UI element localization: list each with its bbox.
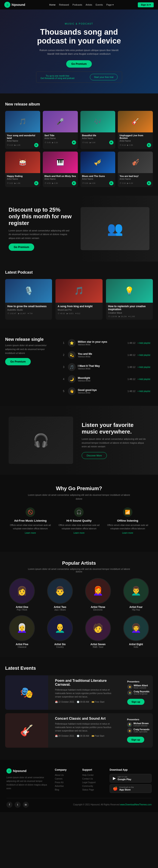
footer-link-help[interactable]: Help Center xyxy=(82,774,104,776)
album-play-button[interactable]: ▶ xyxy=(109,181,114,185)
feature-icon: 📶 xyxy=(123,507,132,517)
linkedin-icon[interactable]: in xyxy=(23,802,29,808)
nav-events[interactable]: Events xyxy=(96,3,103,6)
discover-button[interactable]: Discover More xyxy=(82,452,107,459)
track-add-button[interactable]: + Add playlist xyxy=(137,366,150,368)
nav-artists[interactable]: Artists xyxy=(86,3,92,6)
learn-more-link[interactable]: Learn more xyxy=(74,532,84,534)
footer-logo-icon: ♫ xyxy=(6,768,12,774)
album-card[interactable]: 🥁 Happy finding Artist Name ⏱ 3:22 ▶ 1.9… xyxy=(5,152,40,187)
presenter-role: Concert Director xyxy=(133,724,149,727)
footer-logo[interactable]: ♫ hipsound xyxy=(6,768,48,774)
discount-desc: Lorem ipsum dolor sit amet consectetur a… xyxy=(9,229,72,240)
footer-link-legal[interactable]: Legal Support xyxy=(82,781,104,784)
album-name: Black and Roll on Misty Sea xyxy=(44,175,76,177)
track-row[interactable]: 1 ⭐ Million star in your eyes Various Ar… xyxy=(59,337,153,349)
album-card[interactable]: 🎻 You are bad boy! Artist Name ⏱ 3:10 ▶ … xyxy=(118,152,153,187)
footer-credit-link[interactable]: www.DownloadNewThemes.com xyxy=(120,803,152,806)
podcast-card[interactable]: 💡 How to replenish your creative inspira… xyxy=(106,279,153,320)
artist-item[interactable]: 👩 Artist One Pop / Rock xyxy=(5,578,39,611)
album-stats: ⏱ 3:22 ▶ 1.9K ▶ xyxy=(7,181,38,185)
artist-genre: Hip-Hop xyxy=(119,609,153,611)
google-play-badge[interactable]: ▶ GET IT ON Google Play xyxy=(110,774,152,782)
album-card[interactable]: 🎺 Blues and The Guns Artist Name ⏱ 5:30 … xyxy=(80,152,115,187)
podcast-duration: ⏱ 45:32 xyxy=(57,312,65,314)
album-play-button[interactable]: ▶ xyxy=(147,143,151,147)
facebook-icon[interactable]: f xyxy=(6,802,12,808)
single-cta-button[interactable]: Go Premium xyxy=(5,358,31,365)
artist-item[interactable]: 👩‍🦰 Artist Three Electronic xyxy=(81,578,115,611)
hero-cta-button[interactable]: Go Premium xyxy=(66,60,92,68)
learn-more-link[interactable]: Learn more xyxy=(122,532,133,534)
album-play-button[interactable]: ▶ xyxy=(34,143,38,147)
track-row[interactable]: 5 👋 Good good bye Various Artist 1:48:12… xyxy=(59,385,153,397)
album-play-button[interactable]: ▶ xyxy=(109,141,114,145)
album-play-button[interactable]: ▶ xyxy=(72,181,76,185)
album-play-button[interactable]: ▶ xyxy=(34,181,38,185)
album-plays: ▶ 4.2K xyxy=(14,144,21,146)
twitter-icon[interactable]: t xyxy=(14,802,21,808)
track-row[interactable]: 3 🎵 I Want It That Way Various Artist 1:… xyxy=(59,361,153,373)
listen-desc: Lorem ipsum dolor sit amet consectetur a… xyxy=(82,437,149,448)
logo-text: hipsound xyxy=(12,3,25,6)
footer-link-community[interactable]: Community xyxy=(82,785,104,787)
album-play-button[interactable]: ▶ xyxy=(147,181,151,185)
discount-cta-button[interactable]: Go Premium xyxy=(9,244,34,251)
track-add-button[interactable]: + Add playlist xyxy=(137,342,150,344)
nav-home[interactable]: Home xyxy=(49,3,55,6)
album-card[interactable]: 🎵 Your song and wonderful land Artist Na… xyxy=(5,111,40,149)
track-row[interactable]: 4 🌙 Moonlight Various Artist 1:48:12 + A… xyxy=(59,373,153,385)
track-artist: Various Artist xyxy=(78,343,125,346)
album-section: New release album 🎵 Your song and wonder… xyxy=(0,93,158,196)
podcast-card[interactable]: 🎵 A song from king and knight MusicCast … xyxy=(55,279,102,320)
footer-link-careers[interactable]: Careers xyxy=(55,778,76,780)
album-plays: ▶ 1.9K xyxy=(14,182,21,184)
podcast-name: How to grow the small business xyxy=(7,305,50,308)
track-row[interactable]: 2 💫 You and Me Various Artist 1:48:12 + … xyxy=(59,349,153,361)
artist-item[interactable]: 🧑 Artist Seven R&B / Soul xyxy=(81,615,115,648)
artist-item[interactable]: 👩‍🦱 Artist Eight Indie xyxy=(119,615,153,648)
footer-support: Support Help Center Contact Us Legal Sup… xyxy=(82,768,104,793)
signin-button[interactable]: Sign in ▾ xyxy=(138,2,154,7)
nav-page[interactable]: Page ▾ xyxy=(106,3,114,6)
album-card[interactable]: 🎶 Beautiful life Artist Name ⏱ 5:02 ▶ 5.… xyxy=(80,111,115,149)
app-store-badge[interactable]: 🍎 Download on the App Store xyxy=(110,784,152,793)
footer-link-blog[interactable]: Blog xyxy=(55,788,76,791)
track-artist: Various Artist xyxy=(78,368,125,370)
hero-trial-button[interactable]: Start your free trial xyxy=(90,74,117,80)
feature-name: Hi-fi Sound Quality xyxy=(57,519,101,522)
footer-link-about[interactable]: About Us xyxy=(55,774,76,776)
artist-item[interactable]: 👨‍🦲 Artist Six Country xyxy=(43,615,77,648)
track-add-button[interactable]: + Add playlist xyxy=(137,354,150,356)
artist-item[interactable]: 👨‍🦱 Artist Four Hip-Hop xyxy=(119,578,153,611)
footer: ♫ hipsound Lorem ipsum dolor sit amet co… xyxy=(0,760,158,812)
album-card[interactable]: 🎤 Serl Title Artist Name ⏱ 3:45 ▶ 3.1K ▶ xyxy=(43,111,78,149)
footer-link-press[interactable]: Press Kit xyxy=(55,781,76,784)
album-play-button[interactable]: ▶ xyxy=(72,141,76,145)
footer-company-title: Company xyxy=(55,768,76,771)
podcast-section: Latest Podcast 🎙️ How to grow the small … xyxy=(0,261,158,328)
footer-link-contact[interactable]: Contact Us xyxy=(82,778,104,780)
event-signup-button[interactable]: Sign up xyxy=(127,737,144,743)
footer-link-advertise[interactable]: Advertise xyxy=(55,785,76,787)
discount-section: Discount up to 25% only this month for n… xyxy=(0,196,158,261)
event-signup-button[interactable]: Sign up xyxy=(127,699,145,705)
footer-link-status[interactable]: Status Page xyxy=(82,788,104,791)
album-card[interactable]: 🎸 Unplugged Live from Boston Artist Name… xyxy=(118,111,153,149)
presenter-avatar: 👨 xyxy=(127,684,132,689)
track-add-button[interactable]: + Add playlist xyxy=(137,390,150,393)
podcast-card[interactable]: 🎙️ How to grow the small business AudioM… xyxy=(5,279,52,320)
artist-item[interactable]: 👨 Artist Two Jazz / Blues xyxy=(43,578,77,611)
album-duration: ⏱ 5:02 xyxy=(82,142,88,144)
learn-more-link[interactable]: Learn more xyxy=(25,532,36,534)
album-card[interactable]: 🎹 Black and Roll on Misty Sea Artist Nam… xyxy=(43,152,78,187)
track-add-button[interactable]: + Add playlist xyxy=(137,378,150,380)
logo[interactable]: ♫ hipsound xyxy=(4,2,25,8)
hero-subtitle: MUSIC & PODCAST xyxy=(65,22,93,25)
artist-genre: Jazz / Blues xyxy=(43,609,77,611)
artist-item[interactable]: 👩‍🦳 Artist Five Classical xyxy=(5,615,39,648)
track-icon: 👋 xyxy=(68,387,76,395)
track-title: Good good bye xyxy=(78,389,125,392)
nav-released[interactable]: Released xyxy=(59,3,69,6)
nav-podcasts[interactable]: Podcasts xyxy=(72,3,82,6)
